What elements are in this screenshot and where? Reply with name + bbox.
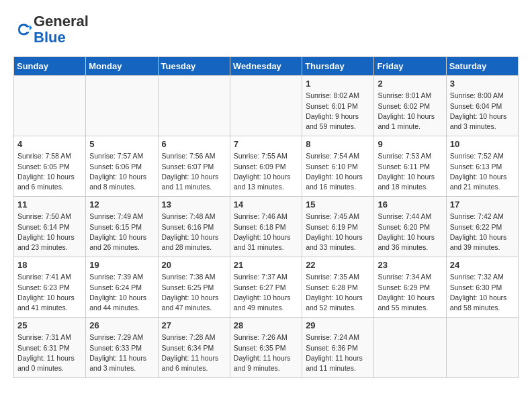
col-header-wednesday: Wednesday [230,57,302,76]
page-header: General Blue [13,13,519,46]
day-number: 19 [89,260,154,270]
day-cell [86,76,158,136]
day-cell: 27Sunrise: 7:28 AM Sunset: 6:34 PM Dayli… [158,318,230,378]
col-header-tuesday: Tuesday [158,57,230,76]
day-number: 22 [306,260,370,270]
day-cell [14,76,86,136]
col-header-thursday: Thursday [302,57,374,76]
day-info: Sunrise: 7:24 AM Sunset: 6:36 PM Dayligh… [306,332,370,373]
day-info: Sunrise: 8:01 AM Sunset: 6:02 PM Dayligh… [378,91,442,132]
day-number: 15 [306,199,370,210]
day-number: 16 [378,199,442,210]
day-info: Sunrise: 7:26 AM Sunset: 6:35 PM Dayligh… [234,332,298,373]
day-cell: 6Sunrise: 7:56 AM Sunset: 6:07 PM Daylig… [158,136,230,197]
day-number: 10 [450,139,515,149]
day-cell: 8Sunrise: 7:54 AM Sunset: 6:10 PM Daylig… [302,136,374,197]
day-cell: 9Sunrise: 7:53 AM Sunset: 6:11 PM Daylig… [374,136,446,197]
day-cell: 19Sunrise: 7:39 AM Sunset: 6:24 PM Dayli… [86,257,158,318]
day-number: 2 [378,79,442,89]
day-number: 11 [17,199,82,210]
day-info: Sunrise: 8:00 AM Sunset: 6:04 PM Dayligh… [450,91,515,132]
day-cell: 17Sunrise: 7:42 AM Sunset: 6:22 PM Dayli… [446,197,518,257]
day-info: Sunrise: 7:41 AM Sunset: 6:23 PM Dayligh… [17,272,82,313]
week-row-4: 18Sunrise: 7:41 AM Sunset: 6:23 PM Dayli… [14,257,519,318]
day-cell [158,76,230,136]
day-info: Sunrise: 7:46 AM Sunset: 6:18 PM Dayligh… [234,212,298,253]
day-info: Sunrise: 7:50 AM Sunset: 6:14 PM Dayligh… [17,212,82,253]
day-cell: 21Sunrise: 7:37 AM Sunset: 6:27 PM Dayli… [230,257,302,318]
day-cell: 16Sunrise: 7:44 AM Sunset: 6:20 PM Dayli… [374,197,446,257]
day-cell: 25Sunrise: 7:31 AM Sunset: 6:31 PM Dayli… [14,318,86,378]
day-number: 20 [162,260,226,270]
week-row-1: 1Sunrise: 8:02 AM Sunset: 6:01 PM Daylig… [14,76,519,136]
day-number: 3 [450,79,515,89]
col-header-friday: Friday [374,57,446,76]
day-info: Sunrise: 7:32 AM Sunset: 6:30 PM Dayligh… [450,272,515,313]
day-info: Sunrise: 7:48 AM Sunset: 6:16 PM Dayligh… [162,212,226,253]
day-cell: 20Sunrise: 7:38 AM Sunset: 6:25 PM Dayli… [158,257,230,318]
day-info: Sunrise: 7:53 AM Sunset: 6:11 PM Dayligh… [378,151,442,192]
logo-text: General Blue [34,13,89,46]
day-info: Sunrise: 7:56 AM Sunset: 6:07 PM Dayligh… [162,151,226,192]
col-header-saturday: Saturday [446,57,518,76]
day-info: Sunrise: 7:45 AM Sunset: 6:19 PM Dayligh… [306,212,370,253]
day-cell [230,76,302,136]
day-cell: 10Sunrise: 7:52 AM Sunset: 6:13 PM Dayli… [446,136,518,197]
day-cell: 4Sunrise: 7:58 AM Sunset: 6:05 PM Daylig… [14,136,86,197]
day-info: Sunrise: 7:55 AM Sunset: 6:09 PM Dayligh… [234,151,298,192]
day-number: 27 [162,320,226,330]
day-cell [374,318,446,378]
day-number: 24 [450,260,515,270]
week-row-2: 4Sunrise: 7:58 AM Sunset: 6:05 PM Daylig… [14,136,519,197]
svg-marker-0 [30,25,32,30]
day-info: Sunrise: 7:31 AM Sunset: 6:31 PM Dayligh… [17,332,82,373]
day-info: Sunrise: 7:34 AM Sunset: 6:29 PM Dayligh… [378,272,442,313]
day-number: 23 [378,260,442,270]
day-number: 4 [17,139,82,149]
day-number: 9 [378,139,442,149]
day-number: 14 [234,199,298,210]
col-header-monday: Monday [86,57,158,76]
day-cell: 22Sunrise: 7:35 AM Sunset: 6:28 PM Dayli… [302,257,374,318]
day-number: 12 [89,199,154,210]
day-cell: 11Sunrise: 7:50 AM Sunset: 6:14 PM Dayli… [14,197,86,257]
day-number: 6 [162,139,226,149]
day-info: Sunrise: 7:28 AM Sunset: 6:34 PM Dayligh… [162,332,226,373]
day-cell: 7Sunrise: 7:55 AM Sunset: 6:09 PM Daylig… [230,136,302,197]
day-cell: 14Sunrise: 7:46 AM Sunset: 6:18 PM Dayli… [230,197,302,257]
day-info: Sunrise: 7:44 AM Sunset: 6:20 PM Dayligh… [378,212,442,253]
day-info: Sunrise: 7:29 AM Sunset: 6:33 PM Dayligh… [89,332,154,373]
logo-icon [13,20,32,39]
day-number: 17 [450,199,515,210]
day-info: Sunrise: 7:58 AM Sunset: 6:05 PM Dayligh… [17,151,82,192]
logo: General Blue [13,13,89,46]
day-cell: 3Sunrise: 8:00 AM Sunset: 6:04 PM Daylig… [446,76,518,136]
day-number: 25 [17,320,82,330]
day-cell: 26Sunrise: 7:29 AM Sunset: 6:33 PM Dayli… [86,318,158,378]
week-row-3: 11Sunrise: 7:50 AM Sunset: 6:14 PM Dayli… [14,197,519,257]
day-number: 1 [306,79,370,89]
day-info: Sunrise: 7:52 AM Sunset: 6:13 PM Dayligh… [450,151,515,192]
day-number: 26 [89,320,154,330]
day-cell: 29Sunrise: 7:24 AM Sunset: 6:36 PM Dayli… [302,318,374,378]
day-cell: 2Sunrise: 8:01 AM Sunset: 6:02 PM Daylig… [374,76,446,136]
day-info: Sunrise: 7:54 AM Sunset: 6:10 PM Dayligh… [306,151,370,192]
day-cell: 1Sunrise: 8:02 AM Sunset: 6:01 PM Daylig… [302,76,374,136]
day-info: Sunrise: 8:02 AM Sunset: 6:01 PM Dayligh… [306,91,370,132]
week-row-5: 25Sunrise: 7:31 AM Sunset: 6:31 PM Dayli… [14,318,519,378]
day-info: Sunrise: 7:37 AM Sunset: 6:27 PM Dayligh… [234,272,298,313]
calendar-table: SundayMondayTuesdayWednesdayThursdayFrid… [13,56,519,378]
day-cell: 23Sunrise: 7:34 AM Sunset: 6:29 PM Dayli… [374,257,446,318]
day-info: Sunrise: 7:38 AM Sunset: 6:25 PM Dayligh… [162,272,226,313]
day-number: 29 [306,320,370,330]
day-number: 5 [89,139,154,149]
day-cell: 24Sunrise: 7:32 AM Sunset: 6:30 PM Dayli… [446,257,518,318]
day-number: 13 [162,199,226,210]
day-number: 21 [234,260,298,270]
day-info: Sunrise: 7:57 AM Sunset: 6:06 PM Dayligh… [89,151,154,192]
day-info: Sunrise: 7:35 AM Sunset: 6:28 PM Dayligh… [306,272,370,313]
day-cell: 18Sunrise: 7:41 AM Sunset: 6:23 PM Dayli… [14,257,86,318]
day-info: Sunrise: 7:39 AM Sunset: 6:24 PM Dayligh… [89,272,154,313]
day-info: Sunrise: 7:42 AM Sunset: 6:22 PM Dayligh… [450,212,515,253]
day-cell: 12Sunrise: 7:49 AM Sunset: 6:15 PM Dayli… [86,197,158,257]
